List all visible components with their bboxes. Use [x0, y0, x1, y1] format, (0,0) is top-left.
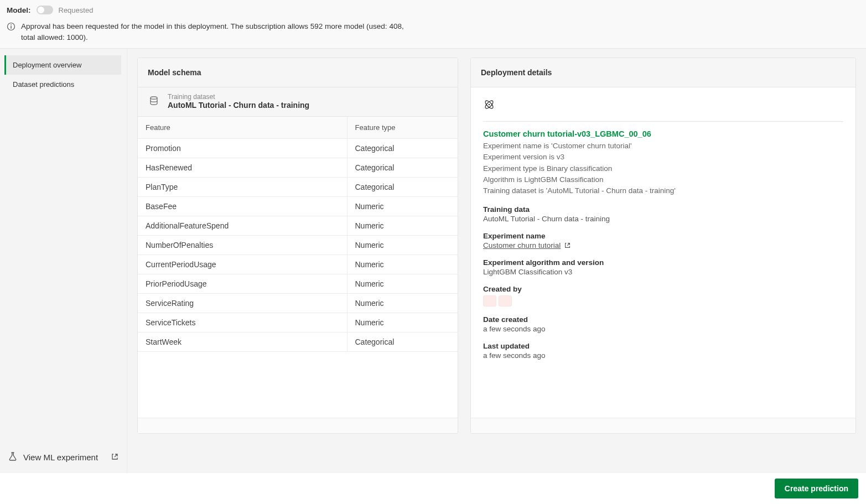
feature-cell: BaseFee — [138, 197, 347, 216]
feature-type-cell: Numeric — [347, 313, 458, 332]
detail-key: Last updated — [483, 342, 843, 350]
deployment-model-name[interactable]: Customer churn tutorial-v03_LGBMC_00_06 — [483, 129, 843, 138]
feature-type-cell: Numeric — [347, 274, 458, 294]
schema-table: Feature Feature type PromotionCategorica… — [138, 117, 458, 352]
detail-kv: Date createda few seconds ago — [483, 315, 843, 333]
external-link-icon — [111, 453, 119, 463]
flask-icon — [8, 451, 18, 463]
table-row[interactable]: AdditionalFeatureSpendNumeric — [138, 216, 458, 236]
deployment-fact: Experiment type is Binary classification — [483, 163, 843, 174]
feature-cell: Promotion — [138, 139, 347, 158]
panel-footer — [138, 418, 458, 433]
table-row[interactable]: PriorPeriodUsageNumeric — [138, 274, 458, 294]
svg-rect-2 — [11, 24, 11, 25]
header-banner: Model: Requested Approval has been reque… — [0, 0, 866, 49]
detail-key: Training data — [483, 205, 843, 214]
deployment-fact: Experiment version is v3 — [483, 152, 843, 163]
detail-kv: Training dataAutoML Tutorial - Churn dat… — [483, 205, 843, 223]
feature-cell: CurrentPeriodUsage — [138, 255, 347, 274]
deployment-fact: Training dataset is 'AutoML Tutorial - C… — [483, 185, 843, 196]
training-dataset-name: AutoML Tutorial - Churn data - training — [168, 101, 309, 110]
detail-key: Experiment algorithm and version — [483, 258, 843, 267]
view-ml-experiment-label: View ML experiment — [23, 453, 98, 462]
detail-value: LightGBM Classification v3 — [483, 268, 843, 276]
table-row[interactable]: NumberOfPenaltiesNumeric — [138, 236, 458, 255]
table-row[interactable]: ServiceTicketsNumeric — [138, 313, 458, 332]
feature-type-cell: Categorical — [347, 178, 458, 197]
avatar[interactable] — [483, 295, 496, 306]
feature-cell: ServiceRating — [138, 294, 347, 313]
detail-kv: Last updateda few seconds ago — [483, 342, 843, 360]
feature-cell: PriorPeriodUsage — [138, 274, 347, 294]
database-icon — [148, 95, 160, 108]
experiment-name-link[interactable]: Customer churn tutorial — [483, 241, 571, 250]
table-row[interactable]: StartWeekCategorical — [138, 332, 458, 352]
divider — [483, 121, 843, 122]
training-dataset-label: Training dataset — [168, 93, 309, 101]
sidebar-item-label: Deployment overview — [13, 61, 81, 69]
schema-col-feature-type[interactable]: Feature type — [347, 117, 458, 139]
feature-type-cell: Categorical — [347, 158, 458, 178]
info-icon — [7, 21, 15, 33]
detail-value: a few seconds ago — [483, 325, 843, 333]
table-row[interactable]: BaseFeeNumeric — [138, 197, 458, 216]
feature-type-cell: Numeric — [347, 197, 458, 216]
sidebar-item-label: Dataset predictions — [13, 80, 74, 89]
model-approval-toggle[interactable] — [37, 6, 53, 14]
deployment-fact: Experiment name is 'Customer churn tutor… — [483, 141, 843, 152]
deployment-fact: Algorithm is LightGBM Classification — [483, 174, 843, 185]
approval-info-text: Approval has been requested for the mode… — [21, 21, 408, 43]
model-schema-panel: Model schema Training dataset AutoML Tut… — [137, 58, 458, 434]
detail-kv: Experiment nameCustomer churn tutorial — [483, 232, 843, 250]
svg-point-6 — [489, 104, 490, 106]
svg-rect-1 — [11, 26, 11, 29]
detail-kv: Experiment algorithm and versionLightGBM… — [483, 258, 843, 276]
feature-type-cell: Numeric — [347, 294, 458, 313]
atom-icon — [483, 98, 843, 112]
detail-value: AutoML Tutorial - Churn data - training — [483, 215, 843, 223]
sidebar: Deployment overview Dataset predictions … — [0, 49, 127, 473]
table-row[interactable]: HasRenewedCategorical — [138, 158, 458, 178]
sidebar-item-deployment-overview[interactable]: Deployment overview — [4, 55, 121, 75]
avatar[interactable] — [499, 295, 512, 306]
model-schema-title: Model schema — [138, 58, 458, 87]
detail-key: Created by — [483, 285, 843, 293]
feature-cell: StartWeek — [138, 332, 347, 352]
deployment-details-title: Deployment details — [471, 58, 855, 87]
model-label: Model: — [7, 6, 31, 14]
schema-col-feature[interactable]: Feature — [138, 117, 347, 139]
feature-cell: NumberOfPenalties — [138, 236, 347, 255]
feature-cell: PlanType — [138, 178, 347, 197]
feature-type-cell: Categorical — [347, 332, 458, 352]
detail-value: a few seconds ago — [483, 351, 843, 360]
feature-type-cell: Categorical — [347, 139, 458, 158]
create-prediction-button[interactable]: Create prediction — [775, 479, 858, 498]
deployment-details-panel: Deployment details Customer churn tutori… — [470, 58, 856, 434]
feature-type-cell: Numeric — [347, 236, 458, 255]
feature-type-cell: Numeric — [347, 255, 458, 274]
created-by-avatars — [483, 295, 843, 306]
detail-key: Date created — [483, 315, 843, 324]
svg-point-3 — [151, 96, 157, 99]
detail-kv: Created by — [483, 285, 843, 306]
panel-footer — [471, 418, 855, 433]
model-status-text: Requested — [59, 6, 94, 14]
feature-cell: AdditionalFeatureSpend — [138, 216, 347, 236]
table-row[interactable]: PromotionCategorical — [138, 139, 458, 158]
external-link-icon — [564, 242, 571, 249]
feature-cell: ServiceTickets — [138, 313, 347, 332]
table-row[interactable]: PlanTypeCategorical — [138, 178, 458, 197]
action-bar: Create prediction — [0, 473, 866, 504]
view-ml-experiment-link[interactable]: View ML experiment — [4, 446, 121, 465]
table-row[interactable]: CurrentPeriodUsageNumeric — [138, 255, 458, 274]
feature-cell: HasRenewed — [138, 158, 347, 178]
detail-key: Experiment name — [483, 232, 843, 240]
table-row[interactable]: ServiceRatingNumeric — [138, 294, 458, 313]
feature-type-cell: Numeric — [347, 216, 458, 236]
sidebar-item-dataset-predictions[interactable]: Dataset predictions — [4, 75, 121, 94]
training-dataset-header: Training dataset AutoML Tutorial - Churn… — [138, 87, 458, 117]
